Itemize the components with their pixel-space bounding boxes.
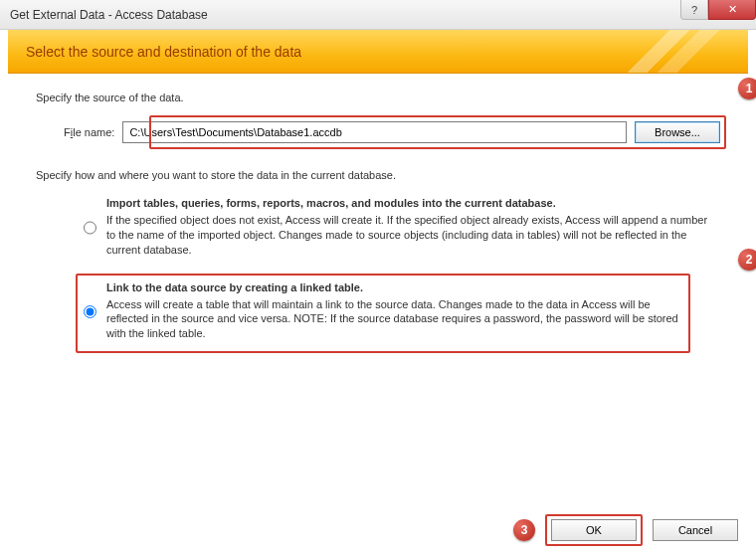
ok-button[interactable]: OK (551, 519, 637, 541)
file-row: File name: Browse... (64, 121, 720, 143)
annotation-badge-3: 3 (513, 519, 535, 541)
annotation-highlight-3: OK (545, 514, 643, 546)
wizard-banner: Select the source and destination of the… (8, 30, 748, 74)
file-name-input[interactable] (122, 121, 627, 143)
radio-import[interactable] (84, 198, 96, 258)
wizard-heading: Select the source and destination of the… (26, 44, 301, 60)
annotation-badge-2: 2 (738, 249, 756, 271)
option-link-desc: Access will create a table that will mai… (106, 297, 678, 342)
window-title: Get External Data - Access Database (10, 8, 208, 22)
annotation-badge-1: 1 (738, 78, 756, 99)
help-button[interactable]: ? (680, 0, 708, 20)
radio-link[interactable] (84, 282, 96, 342)
file-name-label: File name: (64, 126, 114, 138)
close-button[interactable]: ✕ (708, 0, 756, 20)
option-import[interactable]: Import tables, queries, forms, reports, … (78, 191, 720, 268)
cancel-button[interactable]: Cancel (653, 519, 738, 541)
store-prompt: Specify how and where you want to store … (36, 169, 720, 181)
window-controls: ? ✕ (680, 0, 756, 22)
dialog-content: Specify the source of the data. File nam… (0, 74, 756, 353)
option-link-title: Link to the data source by creating a li… (106, 281, 678, 293)
source-prompt: Specify the source of the data. (36, 92, 720, 103)
option-import-desc: If the specified object does not exist, … (106, 213, 710, 258)
dialog-footer: 3 OK Cancel (513, 514, 738, 546)
titlebar: Get External Data - Access Database ? ✕ (0, 0, 756, 30)
browse-button[interactable]: Browse... (635, 121, 720, 143)
storage-options: Import tables, queries, forms, reports, … (36, 191, 720, 353)
option-import-title: Import tables, queries, forms, reports, … (106, 197, 710, 209)
option-link[interactable]: Link to the data source by creating a li… (76, 274, 690, 354)
